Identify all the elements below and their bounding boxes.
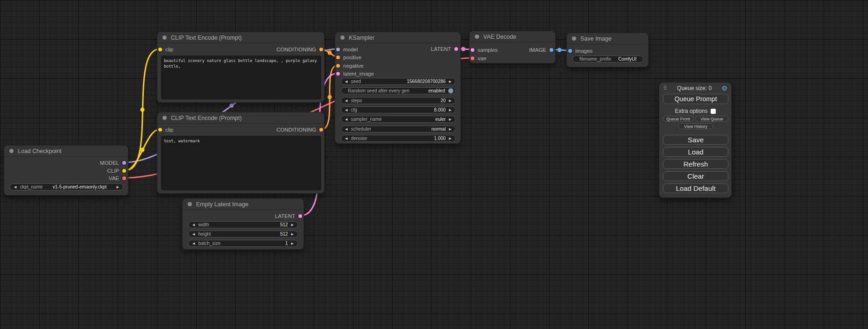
prompt-textarea[interactable]: text, watermark [161,136,321,190]
widget-batch-size[interactable]: ◀ batch_size 1 ▶ [188,240,298,247]
collapse-dot[interactable] [9,149,14,153]
collapse-dot[interactable] [188,202,192,206]
widget-steps[interactable]: ◀ steps 20 ▶ [341,97,456,104]
decrement-arrow-icon[interactable]: ◀ [192,223,195,226]
output-slot-model[interactable]: MODEL [100,159,126,167]
output-slot-image[interactable]: IMAGE [529,46,553,54]
toggle-dot[interactable] [448,88,453,93]
slot-dot-clip[interactable] [158,128,162,132]
slot-dot-conditioning[interactable] [319,128,323,132]
collapse-dot[interactable] [340,35,345,40]
input-slot-positive[interactable]: positive [336,54,361,61]
slot-dot-vae[interactable] [471,56,474,60]
view-queue-button[interactable]: View Queue [695,116,728,122]
decrement-arrow-icon[interactable]: ◀ [345,137,347,140]
increment-arrow-icon[interactable]: ▶ [449,118,452,121]
output-slot-clip[interactable]: CLIP [107,167,126,175]
load-button[interactable]: Load [663,147,728,157]
slot-dot-negative[interactable] [336,64,340,68]
decrement-arrow-icon[interactable]: ◀ [14,185,16,189]
decrement-arrow-icon[interactable]: ◀ [345,127,347,131]
widget-random-seed-toggle[interactable]: Random seed after every gen enabled [341,87,456,94]
increment-arrow-icon[interactable]: ▶ [449,127,452,131]
decrement-arrow-icon[interactable]: ◀ [345,108,347,112]
gear-icon[interactable]: ⚙ [721,85,727,91]
decrement-arrow-icon[interactable]: ◀ [345,99,347,102]
input-slot-latent-image[interactable]: latent_image [336,70,374,77]
increment-arrow-icon[interactable]: ▶ [449,80,452,83]
widget-sampler-name[interactable]: ◀ sampler_name euler ▶ [341,116,456,123]
slot-dot-positive[interactable] [336,56,340,59]
widget-seed[interactable]: ◀ seed 156680208700286 ▶ [341,78,456,85]
node-title-bar[interactable]: Load Checkpoint [4,146,128,157]
output-slot-vae[interactable]: VAE [109,175,126,182]
collapse-dot[interactable] [162,35,167,40]
graph-canvas[interactable]: { "colors": { "model": "#B39DDB", "clip"… [0,0,868,329]
input-slot-images[interactable]: images [568,47,593,55]
collapse-dot[interactable] [475,35,479,39]
decrement-arrow-icon[interactable]: ◀ [345,118,347,121]
drag-handle-icon[interactable]: ⠿ [663,85,667,91]
increment-arrow-icon[interactable]: ▶ [449,137,452,140]
widget-filename-prefix[interactable]: filename_prefix ComfyUI [572,56,643,63]
collapse-dot[interactable] [572,36,576,41]
save-button[interactable]: Save [663,135,728,145]
output-slot-latent[interactable]: LATENT [431,45,458,53]
node-title-bar[interactable]: Save Image [567,33,648,44]
node-title-bar[interactable]: CLIP Text Encode (Prompt) [157,112,324,124]
decrement-arrow-icon[interactable]: ◀ [192,242,195,245]
slot-dot-clip[interactable] [158,48,162,51]
node-title-bar[interactable]: Empty Latent Image [183,199,303,210]
slot-dot-latent[interactable] [454,47,458,51]
increment-arrow-icon[interactable]: ▶ [291,242,294,245]
queue-prompt-button[interactable]: Queue Prompt [663,94,728,104]
widget-ckpt-name[interactable]: ◀ ckpt_name v1-5-pruned-emaonly.ckpt ▶ [10,183,123,190]
decrement-arrow-icon[interactable]: ◀ [192,232,195,236]
node-clip-text-encode-positive[interactable]: CLIP Text Encode (Prompt) clip CONDITION… [157,32,325,103]
widget-width[interactable]: ◀ width 512 ▶ [188,221,298,228]
widget-cfg[interactable]: ◀ cfg 8.000 ▶ [341,106,456,113]
node-load-checkpoint[interactable]: Load Checkpoint MODEL CLIP VAE ◀ ckpt_na… [4,145,128,196]
collapse-dot[interactable] [162,116,167,120]
slot-dot-model[interactable] [122,161,126,165]
decrement-arrow-icon[interactable]: ◀ [345,80,347,83]
slot-dot-model[interactable] [336,48,340,51]
refresh-button[interactable]: Refresh [663,159,728,169]
node-clip-text-encode-negative[interactable]: CLIP Text Encode (Prompt) clip CONDITION… [157,112,325,194]
input-slot-clip[interactable]: clip [158,126,173,133]
output-slot-conditioning[interactable]: CONDITIONING [276,46,323,53]
widget-denoise[interactable]: ◀ denoise 1.000 ▶ [341,135,456,142]
prompt-textarea[interactable]: beautiful scenery nature glass bottle la… [161,56,321,99]
widget-height[interactable]: ◀ height 512 ▶ [188,231,298,238]
node-title-bar[interactable]: KSampler [335,32,460,43]
slot-dot-latent-image[interactable] [336,72,340,76]
slot-dot-clip[interactable] [122,169,126,173]
input-slot-samples[interactable]: samples [471,46,498,54]
increment-arrow-icon[interactable]: ▶ [291,223,294,226]
node-save-image[interactable]: Save Image images filename_prefix ComfyU… [566,33,649,67]
node-title-bar[interactable]: VAE Decode [470,31,555,42]
input-slot-model[interactable]: model [336,46,358,53]
extra-options-checkbox[interactable] [711,109,716,114]
input-slot-vae[interactable]: vae [471,55,487,62]
increment-arrow-icon[interactable]: ▶ [291,232,294,236]
slot-dot-conditioning[interactable] [319,48,323,51]
increment-arrow-icon[interactable]: ▶ [449,108,452,112]
node-title-bar[interactable]: CLIP Text Encode (Prompt) [157,32,324,43]
node-empty-latent-image[interactable]: Empty Latent Image LATENT ◀ width 512 ▶ … [182,198,304,250]
queue-front-button[interactable]: Queue Front [663,116,693,122]
node-ksampler[interactable]: KSampler model positive negative latent_… [335,32,461,144]
node-vae-decode[interactable]: VAE Decode samples vae IMAGE [469,31,556,63]
input-slot-negative[interactable]: negative [336,62,363,70]
view-history-button[interactable]: View History [678,123,713,129]
load-default-button[interactable]: Load Default [663,183,728,193]
output-slot-conditioning[interactable]: CONDITIONING [276,126,323,133]
input-slot-clip[interactable]: clip [158,46,173,53]
slot-dot-latent[interactable] [298,214,302,218]
increment-arrow-icon[interactable]: ▶ [117,185,119,189]
clear-button[interactable]: Clear [663,171,728,181]
widget-scheduler[interactable]: ◀ scheduler normal ▶ [341,126,456,133]
slot-dot-images[interactable] [568,49,572,53]
queue-panel[interactable]: ⠿ Queue size: 0 ⚙ Queue Prompt Extra opt… [659,82,732,198]
increment-arrow-icon[interactable]: ▶ [449,99,452,102]
